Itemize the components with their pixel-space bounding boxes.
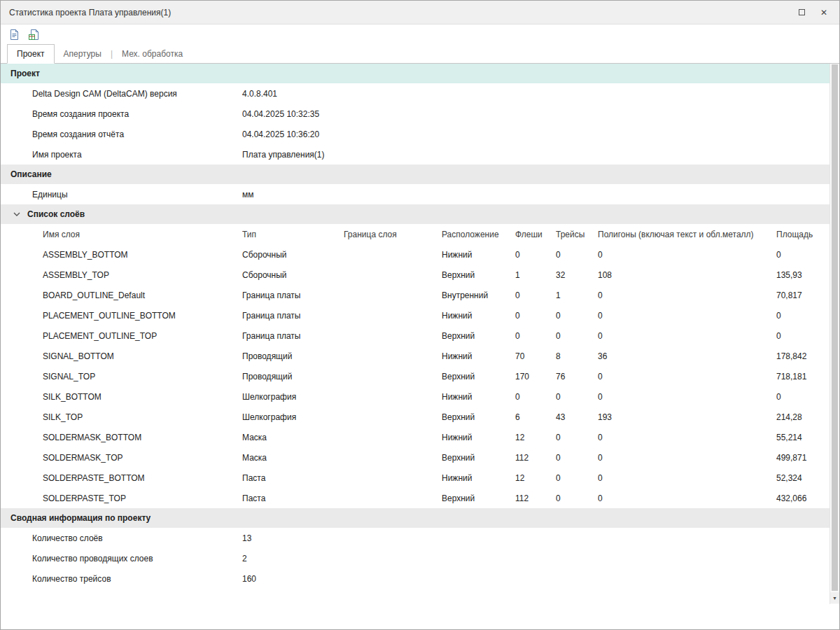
tab-apertures[interactable]: Апертуры [55,44,111,63]
section-header-project[interactable]: Проект [1,64,830,83]
column-header: Площадь [776,230,830,239]
arrow-down-icon: ▼ [832,596,837,601]
property-row[interactable]: Количество слоёв13 [1,528,830,548]
property-row[interactable]: Количество проводящих слоев2 [1,548,830,568]
layer-row[interactable]: SIGNAL_TOPПроводящийВерхний170760718,181 [1,366,830,386]
statistics-window: Статистика проекта Плата управления(1) ✕ [0,0,840,630]
layer-row[interactable]: PLACEMENT_OUTLINE_BOTTOMГраница платыНиж… [1,305,830,326]
property-value: 04.04.2025 10:32:35 [242,109,319,119]
layer-cell: 1 [515,270,556,280]
layer-cell: 1 [556,290,598,300]
layer-cell: 12 [515,433,556,442]
layer-row[interactable]: SILK_TOPШелкографияВерхний643193214,28 [1,407,830,427]
tab-project[interactable]: Проект [7,44,55,64]
property-row[interactable]: Количество трейсов160 [1,568,830,589]
layer-cell: 0 [598,392,776,402]
layer-cell: 0 [598,433,776,442]
layer-cell: Нижний [442,250,515,260]
layer-cell: SILK_BOTTOM [43,392,242,402]
layer-cell: 0 [556,433,598,442]
layer-cell: 12 [515,473,556,483]
tab-mech-processing[interactable]: Мех. обработка [113,44,192,63]
layer-cell: SILK_TOP [43,412,242,422]
property-row[interactable]: Единицымм [1,184,830,204]
layer-cell: 0 [515,250,556,260]
layers-table-header-row: Имя слояТипГраница слояРасположениеФлеши… [1,224,830,244]
column-header: Расположение [442,230,515,239]
save-report-button[interactable] [7,27,21,41]
layer-row[interactable]: SOLDERPASTE_BOTTOMПастаНижний120052,324 [1,468,830,488]
chevron-down-icon[interactable] [13,212,20,216]
property-value: 160 [242,574,256,584]
layer-cell: Граница платы [242,331,344,341]
property-label: Количество проводящих слоев [1,554,242,564]
layer-cell: 0 [776,392,830,402]
layer-cell: 432,066 [776,493,830,503]
scrollbar-thumb[interactable] [832,64,838,591]
property-row[interactable]: Время создания проекта04.04.2025 10:32:3… [1,104,830,124]
layer-row[interactable]: ASSEMBLY_TOPСборочныйВерхний132108135,93 [1,265,830,285]
content-area: Проект Delta Design CAM (DeltaCAM) верси… [1,64,839,604]
layer-cell: 0 [515,311,556,321]
vertical-scrollbar[interactable]: ▼ [830,64,839,604]
property-label: Время создания отчёта [1,130,242,139]
section-header-description[interactable]: Описание [1,164,830,184]
window-controls: ✕ [790,3,835,22]
property-value: 2 [242,554,247,564]
layer-cell: 0 [556,473,598,483]
layer-row[interactable]: PLACEMENT_OUTLINE_TOPГраница платыВерхни… [1,326,830,346]
close-icon: ✕ [820,8,827,18]
layer-cell: Проводящий [242,372,344,382]
layer-cell: ASSEMBLY_TOP [43,270,242,280]
layer-cell: 0 [556,493,598,503]
layer-cell: 52,324 [776,473,830,483]
statistics-panel: Проект Delta Design CAM (DeltaCAM) верси… [1,64,830,604]
property-value: Плата управления(1) [242,150,325,160]
maximize-button[interactable] [790,3,813,22]
layer-cell: Сборочный [242,270,344,280]
layer-cell: 36 [598,351,776,361]
layer-cell: 178,842 [776,351,830,361]
layer-cell: SOLDERMASK_BOTTOM [43,433,242,442]
property-value: 4.0.8.401 [242,89,277,99]
section-header-layers[interactable]: Список слоёв [1,204,830,224]
titlebar[interactable]: Статистика проекта Плата управления(1) ✕ [1,1,839,24]
layer-cell: SIGNAL_TOP [43,372,242,382]
layer-cell: 0 [515,290,556,300]
property-row[interactable]: Имя проектаПлата управления(1) [1,144,830,164]
layer-row[interactable]: BOARD_OUTLINE_DefaultГраница платыВнутре… [1,285,830,305]
column-header: Трейсы [556,230,598,239]
layer-cell: 0 [556,331,598,341]
layer-cell: 214,28 [776,412,830,422]
section-header-summary[interactable]: Сводная информация по проекту [1,508,830,528]
property-label: Имя проекта [1,150,242,160]
toolbar [1,24,839,44]
layer-cell: 55,214 [776,433,830,442]
section-title-project: Проект [10,69,40,78]
layer-cell: Верхний [442,453,515,463]
layer-cell: Внутренний [442,290,515,300]
layer-row[interactable]: SOLDERPASTE_TOPПастаВерхний11200432,066 [1,488,830,508]
property-row[interactable]: Время создания отчёта04.04.2025 10:36:20 [1,124,830,144]
layer-cell: 0 [556,392,598,402]
close-button[interactable]: ✕ [813,3,835,22]
layer-cell: 0 [556,453,598,463]
layer-row[interactable]: SIGNAL_BOTTOMПроводящийНижний70836178,84… [1,346,830,366]
layer-cell: Паста [242,493,344,503]
layer-row[interactable]: SOLDERMASK_BOTTOMМаскаНижний120055,214 [1,427,830,447]
layer-cell: Маска [242,453,344,463]
layer-row[interactable]: SOLDERMASK_TOPМаскаВерхний11200499,871 [1,447,830,468]
layer-cell: 499,871 [776,453,830,463]
layer-cell: 0 [515,392,556,402]
layer-cell: 108 [598,270,776,280]
property-row[interactable]: Delta Design CAM (DeltaCAM) версия4.0.8.… [1,83,830,104]
layer-cell: Нижний [442,311,515,321]
scroll-down-button[interactable]: ▼ [830,592,839,603]
layer-row[interactable]: ASSEMBLY_BOTTOMСборочныйНижний0000 [1,244,830,265]
section-title-description: Описание [10,169,52,179]
export-table-report-button[interactable] [27,27,41,41]
layer-row[interactable]: SILK_BOTTOMШелкографияНижний0000 [1,386,830,407]
layer-cell: Шелкография [242,412,344,422]
layer-cell: 0 [776,250,830,260]
column-header: Флеши [515,230,556,239]
